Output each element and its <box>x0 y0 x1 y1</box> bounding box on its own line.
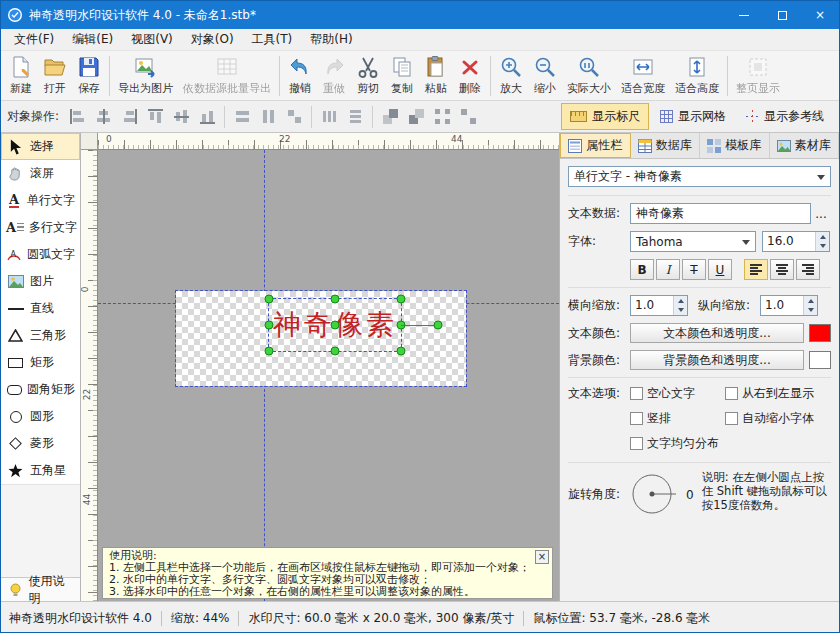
tool-single-line-text[interactable]: A 单行文字 <box>1 187 80 214</box>
align-right-button[interactable] <box>117 105 141 129</box>
menu-tools[interactable]: 工具(T) <box>243 29 302 50</box>
tab-templates[interactable]: 模板库 <box>700 133 770 158</box>
tool-rectangle[interactable]: 矩形 <box>1 349 80 376</box>
help-close-button[interactable]: × <box>535 550 549 564</box>
resize-handle-n[interactable] <box>331 295 340 304</box>
rotation-handle[interactable] <box>434 321 443 330</box>
move-handle-center[interactable] <box>331 321 340 330</box>
tool-image[interactable]: 图片 <box>1 268 80 295</box>
zoom-in-button[interactable]: 放大 <box>494 53 528 99</box>
text-data-more-button[interactable]: ... <box>811 207 831 221</box>
strikethrough-button[interactable]: T <box>682 259 706 280</box>
menu-file[interactable]: 文件(F) <box>5 29 63 50</box>
selected-text-object[interactable]: 神奇像素 <box>268 298 402 352</box>
tool-triangle[interactable]: 三角形 <box>1 322 80 349</box>
font-select[interactable]: Tahoma <box>630 231 756 252</box>
menu-view[interactable]: 视图(V) <box>122 29 182 50</box>
option-right-to-left[interactable]: 从右到左显示 <box>725 385 831 402</box>
italic-button[interactable]: I <box>656 259 680 280</box>
align-middle-button[interactable] <box>169 105 193 129</box>
maximize-button[interactable] <box>763 1 801 29</box>
redo-button[interactable]: 重做 <box>317 53 351 99</box>
spinner-arrows[interactable] <box>803 296 817 315</box>
option-vertical-text[interactable]: 竖排 <box>630 410 725 427</box>
full-page-button[interactable]: 整页显示 <box>731 53 785 99</box>
underline-button[interactable]: U <box>708 259 732 280</box>
group-button[interactable] <box>430 105 454 129</box>
fit-width-button[interactable]: 适合宽度 <box>616 53 670 99</box>
tool-multi-line-text[interactable]: A 多行文字 <box>1 214 80 241</box>
canvas-viewport[interactable]: 神奇像素 × 使用说明: 1. 左侧工具栏中选择一个功能后，在 <box>98 150 559 601</box>
equal-height-button[interactable] <box>256 105 280 129</box>
tool-arc-text[interactable]: A 圆弧文字 <box>1 241 80 268</box>
menu-object[interactable]: 对象(O) <box>182 29 243 50</box>
equal-size-button[interactable] <box>282 105 306 129</box>
resize-handle-se[interactable] <box>397 347 406 356</box>
tool-circle[interactable]: 圆形 <box>1 403 80 430</box>
text-color-swatch[interactable] <box>809 324 831 342</box>
text-data-input[interactable]: 神奇像素 <box>630 203 811 224</box>
vscale-spinner[interactable]: 1.0 <box>760 295 818 316</box>
tab-properties[interactable]: 属性栏 <box>560 133 631 158</box>
option-hollow-text[interactable]: 空心文字 <box>630 385 725 402</box>
align-right-button[interactable] <box>796 259 820 280</box>
zoom-out-button[interactable]: 缩小 <box>528 53 562 99</box>
distribute-v-button[interactable] <box>343 105 367 129</box>
new-button[interactable]: 新建 <box>4 53 38 99</box>
tool-rounded-rectangle[interactable]: 圆角矩形 <box>1 376 80 403</box>
cut-button[interactable]: 剪切 <box>351 53 385 99</box>
menu-help[interactable]: 帮助(H) <box>301 29 361 50</box>
align-left-button[interactable] <box>744 259 768 280</box>
tool-line[interactable]: 直线 <box>1 295 80 322</box>
menu-edit[interactable]: 编辑(E) <box>63 29 122 50</box>
equal-width-button[interactable] <box>230 105 254 129</box>
minimize-button[interactable] <box>725 1 763 29</box>
close-button[interactable]: × <box>801 1 839 29</box>
text-color-button[interactable]: 文本颜色和透明度... <box>630 323 804 343</box>
option-auto-shrink[interactable]: 自动缩小字体 <box>725 410 831 427</box>
save-button[interactable]: 保存 <box>72 53 106 99</box>
tab-database[interactable]: 数据库 <box>631 133 701 158</box>
bring-front-button[interactable] <box>378 105 402 129</box>
send-back-button[interactable] <box>404 105 428 129</box>
tool-diamond[interactable]: 菱形 <box>1 430 80 457</box>
ungroup-button[interactable] <box>456 105 480 129</box>
align-center-button[interactable] <box>91 105 115 129</box>
show-guides-toggle[interactable]: 显示参考线 <box>737 103 833 130</box>
align-bottom-button[interactable] <box>195 105 219 129</box>
tool-pan[interactable]: 滚屏 <box>1 160 80 187</box>
usage-help-button[interactable]: 使用说明 <box>1 577 80 601</box>
align-left-button[interactable] <box>65 105 89 129</box>
actual-size-button[interactable]: 实际大小 <box>562 53 616 99</box>
bg-color-button[interactable]: 背景颜色和透明度... <box>630 350 804 370</box>
object-type-select[interactable]: 单行文字 - 神奇像素 <box>568 166 831 187</box>
align-center-button[interactable] <box>770 259 794 280</box>
spinner-arrows[interactable] <box>815 232 829 251</box>
canvas-area[interactable]: 0 22 44 0 22 44 神奇像素 <box>81 133 559 601</box>
paste-button[interactable]: 粘贴 <box>419 53 453 99</box>
resize-handle-nw[interactable] <box>265 295 274 304</box>
copy-button[interactable]: 复制 <box>385 53 419 99</box>
show-ruler-toggle[interactable]: 显示标尺 <box>561 103 649 130</box>
open-button[interactable]: 打开 <box>38 53 72 99</box>
resize-handle-ne[interactable] <box>397 295 406 304</box>
export-image-button[interactable]: 导出为图片 <box>113 53 178 99</box>
show-grid-toggle[interactable]: 显示网格 <box>651 103 735 130</box>
undo-button[interactable]: 撤销 <box>283 53 317 99</box>
delete-button[interactable]: 删除 <box>453 53 487 99</box>
resize-handle-sw[interactable] <box>265 347 274 356</box>
tab-materials[interactable]: 素材库 <box>770 133 840 158</box>
bold-button[interactable]: B <box>630 259 654 280</box>
option-even-distribution[interactable]: 文字均匀分布 <box>630 435 725 452</box>
font-size-spinner[interactable]: 16.0 <box>762 231 830 252</box>
spinner-arrows[interactable] <box>673 296 687 315</box>
batch-export-button[interactable]: 依数据源批量导出 <box>178 53 276 99</box>
distribute-h-button[interactable] <box>317 105 341 129</box>
bg-color-swatch[interactable] <box>809 351 831 369</box>
resize-handle-w[interactable] <box>265 321 274 330</box>
rotation-dial[interactable] <box>630 470 682 518</box>
resize-handle-s[interactable] <box>331 347 340 356</box>
fit-height-button[interactable]: 适合高度 <box>670 53 724 99</box>
hscale-spinner[interactable]: 1.0 <box>630 295 688 316</box>
tool-select[interactable]: 选择 <box>1 133 80 160</box>
